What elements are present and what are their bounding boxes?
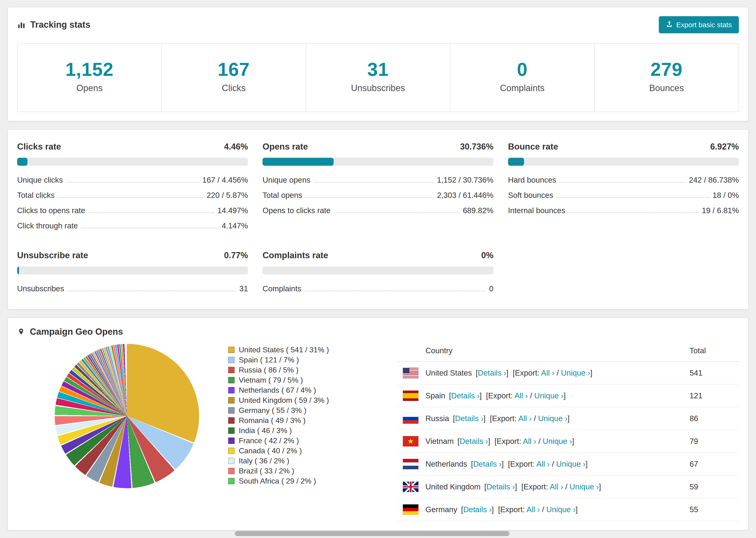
stat-value: 31 bbox=[306, 59, 450, 80]
country-name: Germany bbox=[425, 505, 458, 514]
total-column-header: Total bbox=[689, 346, 739, 355]
legend-label: France ( 42 / 2% ) bbox=[239, 436, 299, 445]
dotted-leader bbox=[304, 291, 486, 291]
stat-row-value: 31 bbox=[240, 284, 248, 293]
legend-item: Spain ( 121 / 7% ) bbox=[228, 355, 369, 365]
dotted-leader bbox=[88, 212, 214, 213]
legend-item: Brazil ( 33 / 2% ) bbox=[228, 466, 369, 476]
legend-item: Canada ( 40 / 2% ) bbox=[228, 446, 369, 456]
stat-row-value: 18 / 0% bbox=[713, 191, 739, 200]
row-links: [Details ›] [Export: All › / Unique ›] bbox=[461, 505, 578, 514]
legend-item: Vietnam ( 79 / 5% ) bbox=[228, 375, 369, 385]
stat-value: 279 bbox=[595, 59, 738, 80]
dotted-leader bbox=[66, 182, 199, 183]
clicks-rate-value: 4.46% bbox=[224, 142, 248, 152]
export-all-link[interactable]: All › bbox=[541, 368, 555, 377]
details-link[interactable]: Details › bbox=[478, 368, 506, 377]
details-link[interactable]: Details › bbox=[473, 459, 502, 468]
legend-item: India ( 46 / 3% ) bbox=[228, 426, 369, 436]
country-column-header: Country bbox=[397, 346, 689, 355]
total-cell: 79 bbox=[689, 437, 739, 446]
stat-row-value: 689.82% bbox=[463, 206, 493, 215]
export-all-link[interactable]: All › bbox=[523, 437, 536, 446]
stat-row-value: 0 bbox=[489, 284, 493, 293]
legend-label: Spain ( 121 / 7% ) bbox=[239, 355, 299, 364]
export-all-link[interactable]: All › bbox=[518, 414, 532, 423]
geo-opens-pie-chart[interactable] bbox=[55, 344, 199, 488]
legend-label: India ( 46 / 3% ) bbox=[239, 426, 292, 435]
legend-item: United Kingdom ( 59 / 3% ) bbox=[228, 395, 369, 405]
total-cell: 86 bbox=[689, 414, 739, 423]
geo-table: Country Total United States [Details ›] … bbox=[397, 340, 739, 521]
legend-label: Germany ( 55 / 3% ) bbox=[239, 406, 306, 415]
unsubscribe-rate-value: 0.77% bbox=[224, 250, 248, 260]
rates-grid: Clicks rate 4.46% Unique clicks 167 / 4.… bbox=[17, 138, 739, 300]
export-unique-link[interactable]: Unique › bbox=[534, 391, 564, 400]
country-cell: Germany [Details ›] [Export: All › / Uni… bbox=[397, 505, 689, 515]
details-link[interactable]: Details › bbox=[486, 482, 515, 491]
tracking-stats-title: Tracking stats bbox=[17, 20, 90, 30]
geo-opens-card: Campaign Geo Opens United States ( 541 /… bbox=[7, 317, 749, 530]
export-all-link[interactable]: All › bbox=[527, 505, 540, 514]
stat-row: Complaints 0 bbox=[262, 284, 493, 293]
bounce-rate-title: Bounce rate bbox=[508, 142, 558, 152]
stat-bounces: 279 Bounces bbox=[595, 44, 738, 112]
stat-complaints: 0 Complaints bbox=[450, 44, 594, 112]
bounce-rate-progress-fill bbox=[508, 158, 524, 166]
unsubscribe-rate-progress-fill bbox=[17, 266, 19, 274]
export-unique-link[interactable]: Unique › bbox=[569, 482, 599, 491]
unsubscribe-rate-block: Unsubscribe rate 0.77% Unsubscribes 31 bbox=[17, 250, 248, 293]
es-flag-icon bbox=[403, 391, 418, 401]
bounce-rate-block: Bounce rate 6.927% Hard bounces 242 / 86… bbox=[508, 142, 739, 230]
export-all-link[interactable]: All › bbox=[550, 482, 563, 491]
opens-rate-progress-bar bbox=[262, 158, 493, 166]
complaints-rate-title: Complaints rate bbox=[262, 250, 328, 260]
country-cell: Spain [Details ›] [Export: All › / Uniqu… bbox=[397, 391, 689, 401]
geo-table-row: Vietnam [Details ›] [Export: All › / Uni… bbox=[397, 430, 739, 453]
stat-row: Internal bounces 19 / 6.81% bbox=[508, 206, 739, 215]
geo-table-row: United States [Details ›] [Export: All ›… bbox=[397, 362, 739, 385]
export-unique-link[interactable]: Unique › bbox=[556, 459, 585, 468]
legend-swatch bbox=[228, 438, 235, 444]
legend-swatch bbox=[228, 407, 235, 413]
export-basic-stats-button[interactable]: Export basic stats bbox=[659, 16, 739, 33]
vn-flag-icon bbox=[403, 436, 418, 447]
clicks-rate-progress-bar bbox=[17, 158, 248, 166]
details-link[interactable]: Details › bbox=[455, 414, 483, 423]
row-links: [Details ›] [Export: All › / Unique ›] bbox=[471, 459, 588, 468]
details-link[interactable]: Details › bbox=[463, 505, 492, 514]
export-unique-link[interactable]: Unique › bbox=[561, 368, 590, 377]
export-unique-link[interactable]: Unique › bbox=[546, 505, 576, 514]
clicks-rate-title: Clicks rate bbox=[17, 142, 61, 152]
legend-swatch bbox=[228, 377, 235, 383]
legend-item: Germany ( 55 / 3% ) bbox=[228, 405, 369, 415]
ru-flag-icon bbox=[403, 413, 418, 424]
stat-row-value: 1,152 / 30.736% bbox=[437, 176, 493, 185]
legend-swatch bbox=[228, 347, 235, 353]
legend-swatch bbox=[228, 427, 235, 434]
horizontal-scrollbar-thumb[interactable] bbox=[235, 531, 510, 536]
export-all-link[interactable]: All › bbox=[514, 391, 528, 400]
tracking-stats-title-text: Tracking stats bbox=[30, 20, 90, 30]
export-unique-link[interactable]: Unique › bbox=[543, 437, 572, 446]
legend-label: Russia ( 86 / 5% ) bbox=[239, 366, 298, 374]
export-unique-link[interactable]: Unique › bbox=[538, 414, 567, 423]
opens-rate-title: Opens rate bbox=[262, 142, 308, 152]
legend-item: United States ( 541 / 31% ) bbox=[228, 345, 369, 355]
legend-swatch bbox=[228, 417, 235, 424]
legend-label: Romania ( 49 / 3% ) bbox=[239, 416, 306, 425]
dotted-leader bbox=[305, 197, 434, 198]
details-link[interactable]: Details › bbox=[451, 391, 480, 400]
dotted-leader bbox=[557, 197, 709, 198]
dotted-leader bbox=[58, 197, 203, 198]
export-all-link[interactable]: All › bbox=[536, 459, 550, 468]
stat-opens: 1,152 Opens bbox=[18, 44, 162, 112]
stat-row: Total opens 2,303 / 61.446% bbox=[262, 191, 493, 200]
us-flag-icon bbox=[403, 368, 418, 378]
details-link[interactable]: Details › bbox=[460, 437, 488, 446]
country-cell: Netherlands [Details ›] [Export: All › /… bbox=[397, 459, 689, 469]
country-name: Spain bbox=[425, 391, 445, 400]
total-cell: 59 bbox=[689, 482, 739, 491]
dotted-leader bbox=[67, 291, 236, 291]
opens-rate-progress-fill bbox=[262, 158, 333, 166]
